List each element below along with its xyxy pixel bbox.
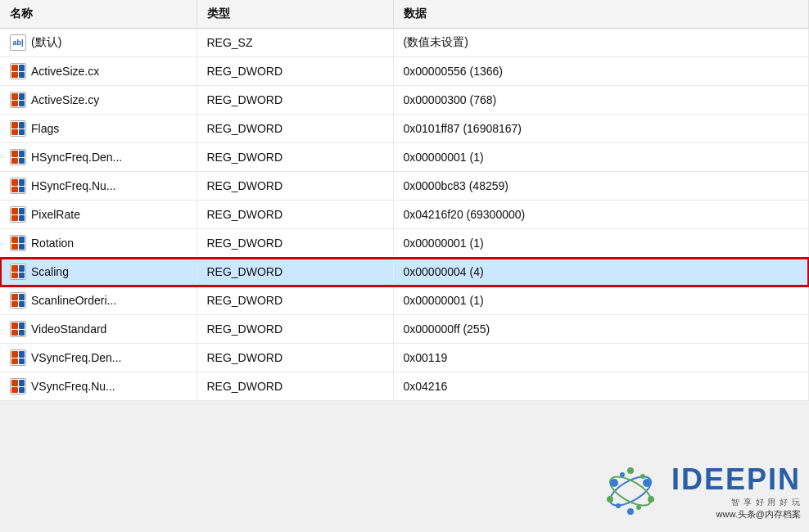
table-row[interactable]: PixelRateREG_DWORD0x04216f20 (69300000) [0, 201, 809, 229]
registry-table: 名称 类型 数据 ab|(默认)REG_SZ(数值未设置)ActiveSize.… [0, 0, 809, 401]
brand-subtitle: 智 享 好 用 好 玩 [731, 497, 801, 508]
table-row[interactable]: ActiveSize.cxREG_DWORD0x00000556 (1366) [0, 57, 809, 86]
cell-data: 0x00000001 (1) [393, 143, 809, 172]
cell-data: 0x00000001 (1) [393, 229, 809, 258]
cell-data: (数值未设置) [393, 29, 809, 57]
row-name-text: VSyncFreq.Den... [31, 351, 122, 364]
cell-name: VSyncFreq.Den... [0, 344, 197, 372]
dword-icon [10, 321, 26, 337]
row-name-text: Scaling [31, 265, 69, 278]
cell-type: REG_DWORD [197, 57, 393, 86]
svg-point-4 [607, 496, 613, 503]
dword-icon [10, 378, 26, 394]
cell-type: REG_DWORD [197, 172, 393, 201]
cell-data: 0x00000004 (4) [393, 258, 809, 286]
ab-icon: ab| [10, 34, 26, 51]
col-header-type: 类型 [197, 0, 393, 29]
row-name-text: ScanlineOrderi... [31, 294, 116, 307]
row-name-text: PixelRate [31, 208, 80, 221]
cell-type: REG_DWORD [197, 286, 393, 315]
dword-icon [10, 63, 26, 79]
dword-icon [10, 235, 26, 251]
cell-name: VSyncFreq.Nu... [0, 372, 197, 401]
row-name-text: VSyncFreq.Nu... [31, 380, 115, 393]
cell-name: ScanlineOrderi... [0, 286, 197, 315]
cell-name: Scaling [0, 258, 197, 286]
dword-icon [10, 292, 26, 309]
table-row[interactable]: ab|(默认)REG_SZ(数值未设置) [0, 29, 809, 57]
cell-type: REG_DWORD [197, 86, 393, 115]
cell-name: Flags [0, 115, 197, 143]
cell-type: REG_SZ [197, 29, 393, 57]
dword-icon [10, 264, 26, 280]
svg-point-9 [640, 474, 645, 479]
cell-data: 0x04216 [393, 372, 809, 401]
table-row[interactable]: FlagsREG_DWORD0x0101ff87 (16908167) [0, 115, 809, 143]
table-row[interactable]: HSyncFreq.Nu...REG_DWORD0x0000bc83 (4825… [0, 172, 809, 201]
svg-point-5 [648, 496, 654, 503]
row-name-text: Flags [31, 122, 59, 135]
svg-point-3 [643, 479, 651, 487]
svg-point-8 [616, 503, 621, 508]
cell-name: ActiveSize.cx [0, 57, 197, 86]
col-header-name: 名称 [0, 0, 197, 29]
dots-logo [598, 458, 663, 524]
cell-name: VideoStandard [0, 315, 197, 344]
dword-icon [10, 206, 26, 223]
row-name-text: Rotation [31, 237, 74, 250]
cell-type: REG_DWORD [197, 344, 393, 372]
row-name-text: ActiveSize.cx [31, 65, 99, 78]
cell-data: 0x00000556 (1366) [393, 57, 809, 86]
cell-name: PixelRate [0, 201, 197, 229]
cell-name: ActiveSize.cy [0, 86, 197, 115]
col-header-data: 数据 [393, 0, 809, 29]
dword-icon [10, 149, 26, 165]
table-row[interactable]: VSyncFreq.Den...REG_DWORD0x00119 [0, 344, 809, 372]
cell-data: 0x04216f20 (69300000) [393, 201, 809, 229]
table-row[interactable]: VideoStandardREG_DWORD0x000000ff (255) [0, 315, 809, 344]
cell-type: REG_DWORD [197, 143, 393, 172]
row-name-text: HSyncFreq.Nu... [31, 179, 115, 192]
table-row[interactable]: ActiveSize.cyREG_DWORD0x00000300 (768) [0, 86, 809, 115]
cell-type: REG_DWORD [197, 201, 393, 229]
cell-type: REG_DWORD [197, 258, 393, 286]
dword-icon [10, 120, 26, 137]
cell-name: HSyncFreq.Den... [0, 143, 197, 172]
table-row[interactable]: ScanlineOrderi...REG_DWORD0x00000001 (1) [0, 286, 809, 315]
svg-point-11 [636, 505, 641, 510]
table-row[interactable]: ScalingREG_DWORD0x00000004 (4) [0, 258, 809, 286]
svg-point-10 [620, 472, 625, 477]
cell-type: REG_DWORD [197, 315, 393, 344]
table-row[interactable]: RotationREG_DWORD0x00000001 (1) [0, 229, 809, 258]
cell-type: REG_DWORD [197, 372, 393, 401]
brand-name: IDEEPIN [671, 462, 801, 497]
row-name-text: VideoStandard [31, 322, 106, 336]
svg-point-6 [627, 467, 634, 474]
svg-point-7 [627, 508, 634, 515]
brand-logo: IDEEPIN 智 享 好 用 好 玩 www.头条@内存档案 [671, 462, 801, 521]
row-name-text: (默认) [31, 35, 61, 50]
cell-data: 0x0000bc83 (48259) [393, 172, 809, 201]
table-row[interactable]: VSyncFreq.Nu...REG_DWORD0x04216 [0, 372, 809, 401]
cell-name: HSyncFreq.Nu... [0, 172, 197, 201]
dword-icon [10, 178, 26, 194]
cell-data: 0x0101ff87 (16908167) [393, 115, 809, 143]
cell-type: REG_DWORD [197, 115, 393, 143]
cell-type: REG_DWORD [197, 229, 393, 258]
cell-data: 0x000000ff (255) [393, 315, 809, 344]
cell-name: Rotation [0, 229, 197, 258]
cell-data: 0x00119 [393, 344, 809, 372]
svg-point-2 [610, 479, 618, 487]
brand-url: www.头条@内存档案 [716, 508, 801, 521]
dword-icon [10, 92, 26, 108]
cell-name: ab|(默认) [0, 29, 197, 57]
row-name-text: ActiveSize.cy [31, 93, 99, 106]
cell-data: 0x00000001 (1) [393, 286, 809, 315]
dword-icon [10, 349, 26, 366]
row-name-text: HSyncFreq.Den... [31, 151, 122, 164]
cell-data: 0x00000300 (768) [393, 86, 809, 115]
table-row[interactable]: HSyncFreq.Den...REG_DWORD0x00000001 (1) [0, 143, 809, 172]
watermark: IDEEPIN 智 享 好 用 好 玩 www.头条@内存档案 [598, 458, 801, 524]
